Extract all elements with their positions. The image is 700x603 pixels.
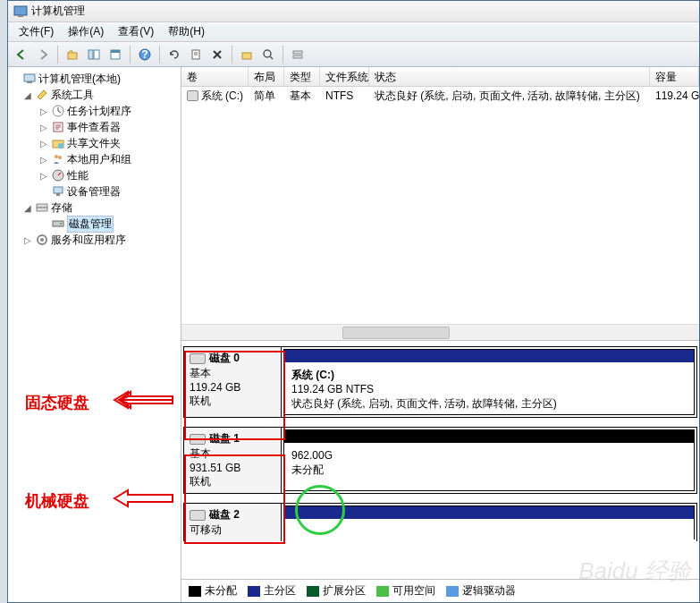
up-button[interactable] — [63, 45, 82, 64]
collapse-icon[interactable]: ◢ — [22, 90, 33, 100]
col-type[interactable]: 类型 — [284, 67, 320, 86]
volume-list-header[interactable]: 卷 布局 类型 文件系统 状态 容量 — [181, 67, 699, 87]
legend-extended: 扩展分区 — [307, 583, 366, 599]
tree-shared-folders[interactable]: ▷共享文件夹 — [10, 135, 179, 151]
disk-info-panel[interactable]: 磁盘 2 可移动 — [183, 503, 282, 541]
toolbar-separator — [283, 46, 283, 64]
toolbar-separator — [57, 46, 58, 64]
menu-view[interactable]: 查看(V) — [111, 22, 161, 41]
computer-icon — [22, 72, 37, 86]
tree-local-users[interactable]: ▷本地用户和组 — [10, 151, 179, 167]
tree-task-scheduler[interactable]: ▷任务计划程序 — [10, 103, 179, 119]
partition-stripe — [284, 430, 694, 443]
disk-row-0[interactable]: 磁盘 0 基本 119.24 GB 联机 系统 (C:) 119.24 GB N… — [183, 346, 697, 418]
titlebar[interactable]: 计算机管理 — [8, 1, 699, 22]
disk-row-2[interactable]: 磁盘 2 可移动 — [183, 503, 697, 541]
svg-rect-26 — [37, 208, 47, 211]
disk-icon — [51, 217, 65, 231]
delete-button[interactable] — [207, 45, 227, 64]
legend: 未分配 主分区 扩展分区 可用空间 逻辑驱动器 — [181, 579, 699, 602]
disk-partitions — [282, 503, 697, 541]
expand-icon[interactable]: ▷ — [38, 106, 49, 116]
toolbar: ? — [8, 42, 699, 67]
legend-free: 可用空间 — [376, 583, 435, 599]
tools-icon — [35, 88, 49, 102]
expand-icon[interactable]: ▷ — [38, 155, 49, 165]
nav-tree[interactable]: 计算机管理(本地) ◢系统工具 ▷任务计划程序 ▷事件查看器 ▷共享文件夹 ▷本… — [8, 67, 181, 602]
svg-rect-4 — [94, 50, 99, 59]
svg-text:?: ? — [141, 48, 148, 61]
back-button[interactable] — [12, 45, 31, 64]
show-hide-tree-button[interactable] — [84, 45, 104, 64]
svg-rect-14 — [24, 74, 35, 81]
disk-info-panel[interactable]: 磁盘 0 基本 119.24 GB 联机 — [183, 346, 282, 418]
export-button[interactable] — [186, 45, 206, 64]
disk-icon — [190, 353, 206, 364]
expand-icon[interactable]: ▷ — [22, 235, 33, 245]
partition-unallocated[interactable]: 962.00G 未分配 — [283, 429, 695, 491]
event-icon — [51, 120, 65, 134]
services-icon — [35, 233, 49, 247]
window-title: 计算机管理 — [31, 4, 85, 19]
svg-point-11 — [264, 50, 271, 57]
tree-root[interactable]: 计算机管理(本地) — [10, 71, 179, 87]
body: 计算机管理(本地) ◢系统工具 ▷任务计划程序 ▷事件查看器 ▷共享文件夹 ▷本… — [8, 67, 699, 602]
tree-device-manager[interactable]: 设备管理器 — [10, 183, 179, 200]
scrollbar-thumb[interactable] — [342, 327, 450, 339]
tree-disk-management[interactable]: 磁盘管理 — [10, 216, 179, 232]
storage-icon — [35, 200, 49, 215]
disk-partitions: 962.00G 未分配 — [282, 427, 697, 494]
volume-icon — [187, 90, 198, 101]
menu-help[interactable]: 帮助(H) — [161, 22, 212, 41]
help-button[interactable]: ? — [135, 45, 155, 64]
collapse-icon[interactable]: ◢ — [22, 203, 33, 213]
svg-point-20 — [55, 155, 58, 158]
refresh-button[interactable] — [164, 45, 184, 64]
svg-point-28 — [60, 223, 62, 225]
svg-rect-1 — [18, 15, 23, 17]
menu-file[interactable]: 文件(F) — [12, 22, 61, 41]
forward-button[interactable] — [33, 45, 53, 64]
users-icon — [51, 152, 65, 166]
col-fs[interactable]: 文件系统 — [320, 67, 369, 86]
tree-performance[interactable]: ▷性能 — [10, 167, 179, 183]
col-layout[interactable]: 布局 — [249, 67, 284, 86]
legend-primary: 主分区 — [248, 583, 296, 599]
partition-stripe — [284, 350, 694, 362]
volume-list[interactable]: 系统 (C:) 简单 基本 NTFS 状态良好 (系统, 启动, 页面文件, 活… — [181, 87, 699, 324]
svg-rect-6 — [111, 50, 120, 53]
col-status[interactable]: 状态 — [369, 67, 650, 86]
find-button[interactable] — [258, 45, 278, 64]
computer-management-window: 计算机管理 文件(F) 操作(A) 查看(V) 帮助(H) ? 计算机管理(本地… — [7, 0, 700, 603]
content-pane: 卷 布局 类型 文件系统 状态 容量 系统 (C:) 简单 基本 NTFS 状态… — [181, 67, 699, 602]
tree-event-viewer[interactable]: ▷事件查看器 — [10, 119, 179, 135]
disk-icon — [190, 434, 206, 445]
expand-icon[interactable]: ▷ — [38, 139, 49, 149]
horizontal-scrollbar[interactable] — [181, 324, 699, 340]
settings-button[interactable] — [237, 45, 257, 64]
expand-icon[interactable]: ▷ — [38, 171, 49, 181]
tree-services[interactable]: ▷服务和应用程序 — [10, 232, 179, 248]
col-capacity[interactable]: 容量 — [650, 67, 699, 86]
toolbar-separator — [130, 46, 131, 64]
partition-removable[interactable] — [283, 505, 695, 539]
menu-action[interactable]: 操作(A) — [61, 22, 111, 41]
volume-row[interactable]: 系统 (C:) 简单 基本 NTFS 状态良好 (系统, 启动, 页面文件, 活… — [181, 87, 699, 105]
tree-system-tools[interactable]: ◢系统工具 — [10, 87, 179, 103]
partition-system-c[interactable]: 系统 (C:) 119.24 GB NTFS 状态良好 (系统, 启动, 页面文… — [283, 349, 695, 415]
svg-rect-3 — [89, 50, 93, 59]
disk-partitions: 系统 (C:) 119.24 GB NTFS 状态良好 (系统, 启动, 页面文… — [282, 346, 697, 418]
svg-rect-25 — [37, 204, 47, 208]
svg-rect-23 — [54, 187, 63, 193]
performance-icon — [51, 168, 65, 183]
disk-info-panel[interactable]: 磁盘 1 基本 931.51 GB 联机 — [183, 427, 282, 494]
disk-row-1[interactable]: 磁盘 1 基本 931.51 GB 联机 962.00G 未分配 — [183, 427, 697, 494]
tree-storage[interactable]: ◢存储 — [10, 200, 179, 216]
col-volume[interactable]: 卷 — [181, 67, 249, 86]
expand-icon[interactable]: ▷ — [38, 123, 49, 132]
svg-point-21 — [58, 156, 62, 159]
properties-button[interactable] — [105, 45, 125, 64]
disk-graphical-view: 磁盘 0 基本 119.24 GB 联机 系统 (C:) 119.24 GB N… — [181, 340, 699, 579]
disk-view-button[interactable] — [288, 45, 308, 64]
menubar: 文件(F) 操作(A) 查看(V) 帮助(H) — [8, 22, 699, 42]
